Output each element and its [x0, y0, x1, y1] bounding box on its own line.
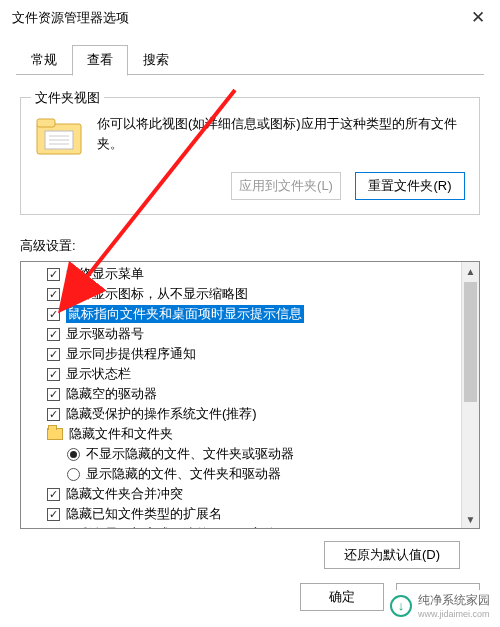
tree-node-label: 显示状态栏 — [66, 365, 131, 383]
tab-view[interactable]: 查看 — [72, 45, 128, 76]
apply-to-folders-button: 应用到文件夹(L) — [231, 172, 341, 200]
tab-general[interactable]: 常规 — [16, 45, 72, 76]
window-title: 文件资源管理器选项 — [12, 9, 456, 27]
tree-node-label: 始终显示菜单 — [66, 265, 144, 283]
reset-folders-button[interactable]: 重置文件夹(R) — [355, 172, 465, 200]
folder-views-legend: 文件夹视图 — [31, 89, 104, 107]
checkbox[interactable] — [47, 528, 60, 529]
folder-icon — [35, 114, 83, 158]
tree-node-label: 显示驱动器号 — [66, 325, 144, 343]
tree-node[interactable]: 用彩色显示加密或压缩的 NTFS 文件 — [23, 524, 459, 528]
tree-node-label: 隐藏受保护的操作系统文件(推荐) — [66, 405, 257, 423]
tree-node-label: 显示隐藏的文件、文件夹和驱动器 — [86, 465, 281, 483]
tree-node-label: 鼠标指向文件夹和桌面项时显示提示信息 — [66, 305, 304, 323]
tree-node[interactable]: 不显示隐藏的文件、文件夹或驱动器 — [23, 444, 459, 464]
tree-node[interactable]: 显示隐藏的文件、文件夹和驱动器 — [23, 464, 459, 484]
folder-icon — [47, 428, 63, 440]
checkbox[interactable] — [47, 328, 60, 341]
tree-node-label: 隐藏文件夹合并冲突 — [66, 485, 183, 503]
checkbox[interactable] — [47, 488, 60, 501]
checkbox[interactable] — [47, 268, 60, 281]
brand-logo-icon: ↓ — [390, 595, 412, 617]
radio[interactable] — [67, 468, 80, 481]
tree-node-label: 隐藏已知文件类型的扩展名 — [66, 505, 222, 523]
tree-node[interactable]: 隐藏受保护的操作系统文件(推荐) — [23, 404, 459, 424]
restore-defaults-button[interactable]: 还原为默认值(D) — [324, 541, 460, 569]
tree-node[interactable]: 显示同步提供程序通知 — [23, 344, 459, 364]
scrollbar[interactable]: ▲ ▼ — [461, 262, 479, 528]
advanced-settings-label: 高级设置: — [20, 237, 480, 255]
tree-node-label: 始终显示图标，从不显示缩略图 — [66, 285, 248, 303]
scroll-thumb[interactable] — [464, 282, 477, 402]
tree-node[interactable]: 显示驱动器号 — [23, 324, 459, 344]
tree-node[interactable]: 始终显示图标，从不显示缩略图 — [23, 284, 459, 304]
tree-node[interactable]: 鼠标指向文件夹和桌面项时显示提示信息 — [23, 304, 459, 324]
tree-node[interactable]: 始终显示菜单 — [23, 264, 459, 284]
tab-search[interactable]: 搜索 — [128, 45, 184, 76]
tree-node[interactable]: 隐藏已知文件类型的扩展名 — [23, 504, 459, 524]
tree-node-label: 显示同步提供程序通知 — [66, 345, 196, 363]
checkbox[interactable] — [47, 288, 60, 301]
advanced-settings-tree[interactable]: 始终显示菜单始终显示图标，从不显示缩略图鼠标指向文件夹和桌面项时显示提示信息显示… — [20, 261, 480, 529]
tree-node-label: 隐藏文件和文件夹 — [69, 425, 173, 443]
scroll-up-icon[interactable]: ▲ — [462, 262, 479, 280]
titlebar: 文件资源管理器选项 ✕ — [0, 0, 500, 36]
checkbox[interactable] — [47, 308, 60, 321]
close-button[interactable]: ✕ — [456, 0, 500, 36]
tree-node-label: 用彩色显示加密或压缩的 NTFS 文件 — [66, 525, 276, 528]
folder-views-group: 文件夹视图 你可以将此视图(如详细信息或图标)应用于这种类型的所有文件夹。 应用… — [20, 97, 480, 215]
tree-node[interactable]: 隐藏文件和文件夹 — [23, 424, 459, 444]
checkbox[interactable] — [47, 348, 60, 361]
radio[interactable] — [67, 448, 80, 461]
tree-node[interactable]: 显示状态栏 — [23, 364, 459, 384]
checkbox[interactable] — [47, 368, 60, 381]
folder-views-text: 你可以将此视图(如详细信息或图标)应用于这种类型的所有文件夹。 — [97, 114, 465, 153]
tree-node[interactable]: 隐藏空的驱动器 — [23, 384, 459, 404]
watermark: ↓ 纯净系统家园 www.jidaimei.com — [386, 590, 494, 621]
brand-text: 纯净系统家园 — [418, 592, 490, 609]
tree-node[interactable]: 隐藏文件夹合并冲突 — [23, 484, 459, 504]
brand-url: www.jidaimei.com — [418, 609, 490, 619]
tree-node-label: 隐藏空的驱动器 — [66, 385, 157, 403]
svg-rect-1 — [37, 119, 55, 127]
checkbox[interactable] — [47, 508, 60, 521]
ok-button[interactable]: 确定 — [300, 583, 384, 611]
checkbox[interactable] — [47, 408, 60, 421]
scroll-down-icon[interactable]: ▼ — [462, 510, 479, 528]
checkbox[interactable] — [47, 388, 60, 401]
tab-bar: 常规 查看 搜索 — [0, 36, 500, 75]
tree-node-label: 不显示隐藏的文件、文件夹或驱动器 — [86, 445, 294, 463]
